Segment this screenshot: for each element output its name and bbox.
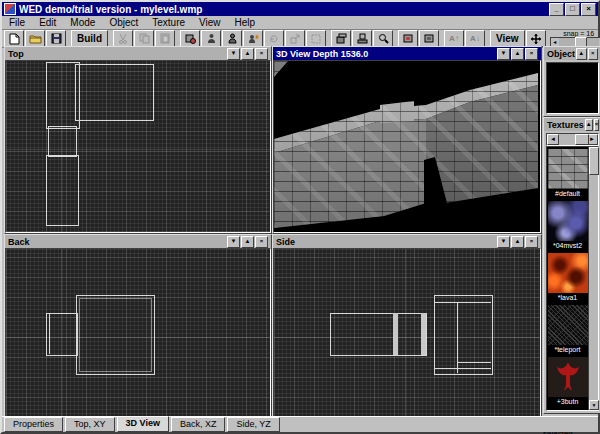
panel-maximize-icon[interactable]: ▲	[585, 119, 593, 131]
cut-icon[interactable]	[113, 30, 133, 47]
minimize-icon[interactable]: _	[549, 3, 564, 16]
texture-item[interactable]: *lava1	[548, 253, 588, 302]
rotate-icon[interactable]	[264, 30, 284, 47]
viewport-close-icon[interactable]: ×	[255, 48, 268, 60]
tabbar: Properties Top, XY 3D View Back, XZ Side…	[2, 416, 598, 432]
panel-close-icon[interactable]: ×	[594, 119, 600, 131]
snap-left-arrow-icon[interactable]: ◄	[551, 38, 559, 46]
scroll-left-icon[interactable]: ◄	[547, 134, 559, 145]
viewport-shade-icon[interactable]: ▼	[227, 236, 240, 248]
tab-top-xy[interactable]: Top, XY	[65, 417, 115, 432]
add-object-icon[interactable]	[201, 30, 221, 47]
add-object-alt-icon[interactable]	[222, 30, 242, 47]
maximize-icon[interactable]: □	[565, 3, 580, 16]
save-icon[interactable]	[46, 30, 66, 47]
textures-panel-titlebar[interactable]: Textures ▲ ×	[544, 118, 600, 131]
viewport-close-icon[interactable]: ×	[525, 236, 538, 248]
block-wireframe[interactable]	[48, 126, 77, 157]
hscroll-thumb[interactable]	[575, 134, 589, 145]
texture-item[interactable]: *teleport	[548, 305, 588, 354]
titlebar[interactable]: WED demo/trial version - mylevel.wmp _ □…	[2, 2, 598, 16]
viewport-maximize-icon[interactable]: ▲	[241, 48, 254, 60]
block-wireframe[interactable]	[76, 295, 155, 375]
sort-desc-icon[interactable]: A↓	[465, 30, 485, 47]
add-prefab-icon[interactable]	[243, 30, 263, 47]
texture-item[interactable]: *04mvst2	[548, 201, 588, 250]
new-file-icon[interactable]	[4, 30, 24, 47]
object-panel-titlebar[interactable]: Object ▲ ×	[544, 47, 600, 60]
block-wireframe[interactable]	[330, 313, 427, 356]
viewport-3d-titlebar[interactable]: 3D View Depth 1536.0 ▼ ▲ ×	[273, 47, 541, 60]
close-icon[interactable]: ×	[581, 3, 596, 16]
viewport-close-icon[interactable]: ×	[255, 236, 268, 248]
viewport-maximize-icon[interactable]: ▲	[511, 236, 524, 248]
viewport-close-icon[interactable]: ×	[525, 48, 538, 60]
texture-item[interactable]: +3butn	[548, 357, 588, 406]
tab-properties[interactable]: Properties	[4, 417, 63, 432]
menu-texture[interactable]: Texture	[145, 16, 192, 29]
texture-thumb-default[interactable]	[548, 149, 588, 189]
texture-thumb-teleport[interactable]	[548, 305, 588, 345]
scroll-down-icon[interactable]: ▼	[589, 400, 599, 410]
viewport-maximize-icon[interactable]: ▲	[241, 236, 254, 248]
viewport-top-titlebar[interactable]: Top ▼ ▲ ×	[5, 47, 271, 60]
vscroll-thumb[interactable]	[589, 147, 599, 175]
tab-3d-view[interactable]: 3D View	[117, 416, 169, 432]
block-wireframe[interactable]	[75, 64, 154, 121]
copy-icon[interactable]	[134, 30, 154, 47]
pan-icon[interactable]	[526, 30, 546, 47]
viewport-shade-icon[interactable]: ▼	[227, 48, 240, 60]
panel-maximize-icon[interactable]: ▲	[576, 48, 586, 60]
tab-back-xz[interactable]: Back, XZ	[171, 417, 226, 432]
block-edge	[457, 362, 491, 363]
viewport-back-titlebar[interactable]: Back ▼ ▲ ×	[5, 235, 271, 248]
build-button[interactable]: Build	[71, 30, 108, 47]
sort-asc-icon[interactable]: A↑	[444, 30, 464, 47]
menubar: File Edit Mode Object Texture View Help	[2, 16, 598, 30]
texture-name: *lava1	[548, 293, 588, 302]
tab-side-yz[interactable]: Side, YZ	[227, 417, 279, 432]
duplicate-icon[interactable]	[331, 30, 351, 47]
viewport-side-canvas[interactable]	[273, 248, 541, 419]
texture-thumb-lava1[interactable]	[548, 253, 588, 293]
menu-view[interactable]: View	[192, 16, 228, 29]
object-preview[interactable]	[546, 62, 599, 114]
viewport-side-titlebar[interactable]: Side ▼ ▲ ×	[273, 235, 541, 248]
menu-mode[interactable]: Mode	[63, 16, 102, 29]
stamp-icon[interactable]	[352, 30, 372, 47]
menu-object[interactable]: Object	[102, 16, 145, 29]
viewport-side-title: Side	[276, 237, 295, 247]
block-wireframe[interactable]	[46, 155, 79, 226]
viewport-back-title: Back	[8, 237, 30, 247]
snap-box-icon[interactable]	[306, 30, 326, 47]
viewport-top-canvas[interactable]	[5, 60, 271, 233]
paste-icon[interactable]	[155, 30, 175, 47]
block-wireframe[interactable]	[46, 313, 78, 356]
texture-item[interactable]: #default	[548, 149, 588, 198]
block-pillar[interactable]	[421, 313, 426, 355]
block-pillar[interactable]	[393, 313, 398, 355]
scale-icon[interactable]	[285, 30, 305, 47]
view-button[interactable]: View	[490, 30, 525, 47]
viewport-shade-icon[interactable]: ▼	[497, 48, 510, 60]
viewport-shade-icon[interactable]: ▼	[497, 236, 510, 248]
menu-file[interactable]: File	[2, 16, 32, 29]
texture-box-alt-icon[interactable]	[419, 30, 439, 47]
textures-hscrollbar[interactable]: ◄ ►	[546, 133, 599, 146]
viewport-3d-canvas[interactable]	[273, 60, 541, 233]
texture-thumb-04mvst2[interactable]	[548, 201, 588, 241]
texture-box-icon[interactable]	[398, 30, 418, 47]
block-wireframe[interactable]	[434, 295, 493, 375]
axis-line	[6, 149, 270, 150]
menu-edit[interactable]: Edit	[32, 16, 63, 29]
select-object-icon[interactable]	[180, 30, 200, 47]
block-edge	[434, 368, 491, 369]
viewport-back-canvas[interactable]	[5, 248, 271, 419]
textures-vscrollbar[interactable]: ▼	[588, 147, 598, 410]
panel-close-icon[interactable]: ×	[588, 48, 598, 60]
viewport-maximize-icon[interactable]: ▲	[511, 48, 524, 60]
menu-help[interactable]: Help	[228, 16, 263, 29]
open-file-icon[interactable]	[25, 30, 45, 47]
zoom-icon[interactable]	[373, 30, 393, 47]
texture-thumb-3butn[interactable]	[548, 357, 588, 397]
